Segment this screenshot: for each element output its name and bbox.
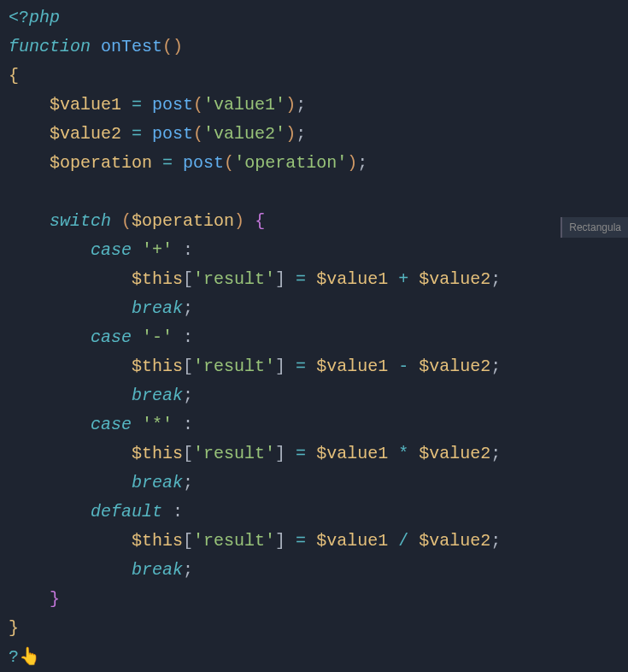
operator-assign: = bbox=[296, 531, 306, 551]
break-keyword: break bbox=[132, 473, 183, 492]
code-line[interactable]: $this['result'] = $value1 + $value2; bbox=[9, 265, 628, 294]
break-keyword: break bbox=[132, 298, 183, 318]
code-line[interactable]: $value2 = post('value2'); bbox=[9, 120, 628, 149]
string-literal: 'value1' bbox=[203, 95, 285, 115]
semicolon: ; bbox=[183, 560, 193, 580]
bracket-open: [ bbox=[183, 269, 193, 289]
variable: $value2 bbox=[419, 357, 490, 376]
operator-assign: = bbox=[162, 153, 173, 173]
variable: $value1 bbox=[50, 95, 121, 115]
paren-close: ) bbox=[173, 37, 183, 56]
code-line[interactable]: $this['result'] = $value1 - $value2; bbox=[9, 352, 628, 381]
code-line[interactable]: default : bbox=[9, 498, 628, 527]
semicolon: ; bbox=[490, 444, 501, 463]
colon: : bbox=[173, 502, 183, 522]
this-variable: $this bbox=[132, 269, 183, 289]
brace-open: { bbox=[255, 211, 265, 231]
bracket-open: [ bbox=[183, 531, 193, 551]
code-line[interactable]: $this['result'] = $value1 * $value2; bbox=[9, 439, 628, 469]
array-key: 'result' bbox=[193, 269, 275, 289]
brace-close: } bbox=[9, 618, 19, 638]
string-literal: '*' bbox=[142, 415, 173, 434]
bracket-close: ] bbox=[275, 444, 285, 463]
case-keyword: case bbox=[91, 415, 132, 434]
code-line[interactable]: <?php bbox=[9, 3, 628, 32]
operator-assign: = bbox=[132, 95, 142, 115]
string-literal: 'operation' bbox=[234, 153, 347, 173]
operator-assign: = bbox=[132, 124, 142, 144]
code-line[interactable]: break; bbox=[9, 469, 628, 498]
operator-plus: + bbox=[398, 269, 408, 289]
code-line[interactable]: break; bbox=[9, 556, 628, 585]
code-line[interactable]: case '*' : bbox=[9, 410, 628, 439]
code-editor[interactable]: <?php function onTest() { $value1 = post… bbox=[0, 0, 628, 672]
code-line[interactable]: switch ($operation) { bbox=[9, 207, 628, 236]
switch-keyword: switch bbox=[50, 211, 111, 231]
function-call: post bbox=[183, 153, 224, 173]
function-call: post bbox=[152, 95, 193, 115]
rectangular-selection-hint[interactable]: Rectangula bbox=[561, 217, 628, 238]
break-keyword: break bbox=[132, 386, 183, 405]
semicolon: ; bbox=[490, 531, 501, 551]
code-line[interactable]: $operation = post('operation'); bbox=[9, 149, 628, 178]
code-line[interactable]: case '-' : bbox=[9, 323, 628, 352]
break-keyword: break bbox=[132, 560, 183, 580]
semicolon: ; bbox=[296, 95, 306, 115]
default-keyword: default bbox=[91, 502, 162, 522]
variable: $value2 bbox=[419, 444, 490, 463]
code-line[interactable]: break; bbox=[9, 294, 628, 323]
code-line[interactable]: break; bbox=[9, 381, 628, 410]
operator-minus: - bbox=[398, 357, 408, 376]
semicolon: ; bbox=[183, 386, 193, 405]
paren-open: ( bbox=[121, 211, 132, 231]
variable: $operation bbox=[132, 211, 234, 231]
string-literal: '+' bbox=[142, 240, 173, 260]
brace-open: { bbox=[9, 66, 19, 85]
array-key: 'result' bbox=[193, 444, 275, 463]
variable: $value1 bbox=[316, 531, 388, 551]
array-key: 'result' bbox=[193, 531, 275, 551]
code-line[interactable]: $this['result'] = $value1 / $value2; bbox=[9, 527, 628, 556]
this-variable: $this bbox=[132, 444, 183, 463]
variable: $value2 bbox=[419, 531, 490, 551]
string-literal: 'value2' bbox=[203, 124, 285, 144]
bracket-open: [ bbox=[183, 357, 193, 376]
colon: : bbox=[183, 240, 193, 260]
paren-open: ( bbox=[193, 95, 203, 115]
variable: $value1 bbox=[316, 444, 388, 463]
code-line[interactable]: $value1 = post('value1'); bbox=[9, 91, 628, 120]
code-line[interactable]: } bbox=[9, 585, 628, 614]
php-keyword: php bbox=[29, 8, 60, 27]
variable: $value1 bbox=[316, 269, 388, 289]
code-line[interactable]: function onTest() bbox=[9, 32, 628, 62]
case-keyword: case bbox=[91, 240, 132, 260]
semicolon: ; bbox=[183, 298, 193, 318]
cursor-icon: 👆 bbox=[19, 643, 40, 672]
paren-open: ( bbox=[224, 153, 234, 173]
code-line[interactable]: } bbox=[9, 614, 628, 643]
colon: : bbox=[183, 327, 193, 347]
bracket-close: ] bbox=[275, 357, 285, 376]
code-line[interactable]: ?👆 bbox=[9, 643, 628, 672]
operator-assign: = bbox=[296, 269, 306, 289]
paren-close: ) bbox=[347, 153, 357, 173]
variable: $value1 bbox=[316, 357, 388, 376]
paren-close: ) bbox=[234, 211, 244, 231]
paren-open: ( bbox=[193, 124, 203, 144]
function-name: onTest bbox=[101, 37, 162, 56]
paren-close: ) bbox=[285, 95, 296, 115]
code-line[interactable]: { bbox=[9, 62, 628, 91]
paren-open: ( bbox=[162, 37, 173, 56]
operator-assign: = bbox=[296, 357, 306, 376]
code-line[interactable]: case '+' : bbox=[9, 236, 628, 265]
semicolon: ; bbox=[490, 357, 501, 376]
function-keyword: function bbox=[9, 37, 91, 56]
function-call: post bbox=[152, 124, 193, 144]
variable: $value2 bbox=[419, 269, 490, 289]
case-keyword: case bbox=[91, 327, 132, 347]
this-variable: $this bbox=[132, 357, 183, 376]
code-line[interactable] bbox=[9, 178, 628, 207]
operator-assign: = bbox=[296, 444, 306, 463]
variable: $value2 bbox=[50, 124, 121, 144]
variable: $operation bbox=[50, 153, 152, 173]
